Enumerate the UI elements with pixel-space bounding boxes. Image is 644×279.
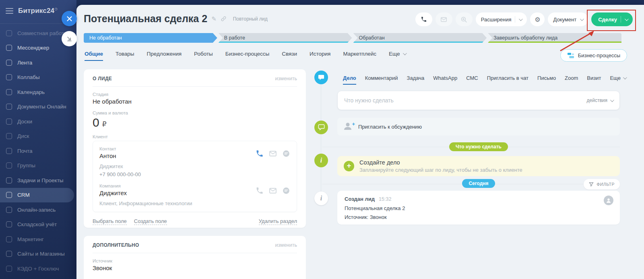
page-title: Потенциальная сделка 2: [84, 13, 207, 25]
today-badge[interactable]: Сегодня: [462, 179, 495, 188]
edit-additional-link[interactable]: изменить: [275, 242, 297, 248]
app-logo[interactable]: Битрикс24◷: [18, 7, 58, 15]
stage-field-label: Стадия: [93, 92, 297, 97]
stage-finish[interactable]: Завершить обработку лида: [488, 33, 621, 43]
tab-comment[interactable]: Комментарий: [365, 75, 398, 85]
sidebar-item-groups[interactable]: Группы: [0, 158, 74, 173]
entry-author-avatar: [604, 196, 613, 205]
warehouse-icon: [6, 221, 12, 227]
tab-history[interactable]: История: [310, 51, 330, 61]
email-button[interactable]: [436, 12, 452, 26]
sidebar-item-sites[interactable]: Сайты и Магазины: [0, 247, 74, 262]
edit-about-link[interactable]: изменить: [275, 76, 297, 81]
edit-title-pencil-icon[interactable]: ✎: [211, 15, 217, 23]
invite-to-discussion[interactable]: + Пригласить к обсуждению: [337, 118, 620, 135]
tab-zoom[interactable]: Zoom: [565, 75, 578, 85]
minimize-slider-button[interactable]: [62, 31, 77, 46]
sidebar-item-marketing[interactable]: Маркетинг: [0, 232, 74, 247]
sidebar-item-kedo[interactable]: КЭДО + Госключ: [0, 261, 74, 276]
marketing-icon: [6, 236, 12, 242]
tab-whatsapp[interactable]: WhatsApp: [433, 75, 457, 85]
hamburger-menu-icon[interactable]: [6, 6, 13, 15]
chat-company-icon[interactable]: [282, 187, 290, 195]
tab-links[interactable]: Связи: [282, 51, 297, 61]
booking-icon: [6, 207, 12, 213]
tab-task[interactable]: Задача: [407, 75, 425, 85]
zoom-in-button[interactable]: [456, 12, 473, 26]
email-contact-icon[interactable]: [269, 150, 277, 158]
sidebar-item-calendar[interactable]: Календарь: [0, 85, 74, 100]
sidebar-item-tasks[interactable]: Задачи и Проекты: [0, 173, 74, 188]
copy-link-icon[interactable]: [221, 16, 227, 22]
sidebar-item-warehouse[interactable]: Складской учёт: [0, 217, 74, 232]
tab-robots[interactable]: Роботы: [194, 51, 213, 61]
add-person-icon: +: [343, 121, 353, 132]
chevron-down-icon: [403, 51, 407, 55]
timeline-filter-button[interactable]: ФИЛЬТР: [584, 179, 620, 189]
delete-section-link[interactable]: Удалить раздел: [259, 218, 297, 225]
sidebar-item-booking[interactable]: Онлайн-запись: [0, 202, 74, 217]
header-actions: Расширения ⚙ Документ Сделку: [415, 12, 633, 26]
stage-in-progress[interactable]: В работе: [219, 33, 352, 43]
tab-more[interactable]: Еще: [389, 51, 405, 61]
create-deal-button[interactable]: Сделку: [591, 12, 633, 26]
tab-marketplace[interactable]: Маркетплейс: [343, 51, 376, 61]
create-activity-title[interactable]: Создайте дело: [359, 159, 522, 166]
tab-products[interactable]: Товары: [116, 51, 134, 61]
tab-general[interactable]: Общие: [85, 51, 103, 61]
select-field-link[interactable]: Выбрать поле: [93, 218, 127, 225]
call-contact-icon[interactable]: [256, 150, 264, 158]
activity-composer: действия: [337, 91, 620, 110]
phone-icon: [421, 16, 427, 23]
actions-dropdown[interactable]: действия: [587, 98, 613, 103]
contact-phone[interactable]: +7 900 000-00-00: [99, 171, 290, 177]
chat-contact-icon[interactable]: [282, 150, 290, 158]
email-company-icon[interactable]: [269, 187, 277, 195]
timeline-entry-lead-created[interactable]: Создан лид 15:32 Потенциальная сделка 2 …: [337, 191, 620, 225]
stage-not-processed[interactable]: Не обработан: [84, 33, 217, 43]
tab-activity[interactable]: Дело: [343, 75, 356, 85]
sidebar-item-documents[interactable]: Документы Онлайн: [0, 100, 74, 115]
tab-quotes[interactable]: Предложения: [147, 51, 182, 61]
feed-icon: [6, 60, 12, 66]
create-field-link[interactable]: Создать поле: [134, 218, 167, 225]
stage-field-value[interactable]: Не обработан: [93, 98, 297, 105]
additional-card: ДОПОЛНИТЕЛЬНО изменить Источник Звонок: [84, 236, 306, 279]
info-icon-green: i: [314, 154, 328, 167]
document-dropdown[interactable]: Документ: [548, 12, 588, 26]
sidebar-header: Битрикс24◷: [6, 6, 58, 15]
extensions-dropdown[interactable]: Расширения: [476, 12, 527, 26]
call-company-icon[interactable]: [256, 187, 264, 195]
company-row: Компания Диджитех Клиент, Информационные…: [99, 183, 290, 206]
settings-button[interactable]: ⚙: [530, 12, 545, 26]
sidebar-item-drive[interactable]: Диск: [0, 129, 74, 144]
stage-processed[interactable]: Обработан: [353, 33, 487, 43]
sidebar-item-boards[interactable]: Доски: [0, 114, 74, 129]
add-activity-button[interactable]: +: [344, 161, 354, 171]
lead-detail-panel: Потенциальная сделка 2 ✎ Повторный лид Р…: [76, 5, 644, 279]
client-box: Контакт Антон Диджитех +7 900 000-00-00 …: [93, 141, 297, 212]
tab-invite-to-chat[interactable]: Пригласить в чат: [487, 75, 528, 85]
entry-title: Создан лид: [345, 196, 375, 202]
amount-field-label: Сумма и валюта: [93, 110, 297, 115]
tab-email[interactable]: Письмо: [537, 75, 556, 85]
source-field-value[interactable]: Звонок: [93, 264, 297, 271]
tab-activity-more[interactable]: Еще: [610, 75, 625, 85]
close-slider-button[interactable]: [62, 11, 77, 26]
sidebar-item-mail[interactable]: Почта: [0, 144, 74, 158]
sidebar-item-collabs[interactable]: Коллабы: [0, 70, 74, 85]
call-button[interactable]: [415, 12, 432, 26]
amount-field-value[interactable]: 0 ₽: [93, 116, 297, 129]
todo-badge[interactable]: Что нужно сделать: [449, 142, 508, 151]
sidebar-item-crm[interactable]: CRM: [0, 188, 74, 203]
entry-time: 15:32: [379, 196, 391, 202]
activity-chat-icon: [314, 71, 328, 84]
entry-source: Источник: Звонок: [345, 214, 613, 220]
tab-visit[interactable]: Визит: [587, 75, 601, 85]
business-processes-button[interactable]: Бизнес-процессы: [560, 49, 627, 62]
tab-workflows[interactable]: Бизнес-процессы: [225, 51, 269, 61]
sidebar-item-feed[interactable]: Лента: [0, 55, 74, 70]
tab-sms[interactable]: СМС: [466, 75, 478, 85]
todo-text-input[interactable]: [344, 97, 583, 104]
currency-symbol: ₽: [102, 120, 107, 129]
